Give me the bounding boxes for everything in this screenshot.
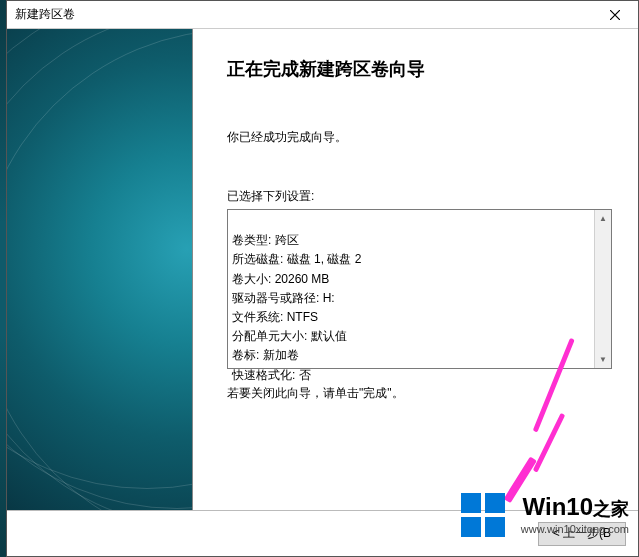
- listbox-scrollbar[interactable]: ▲ ▼: [594, 210, 611, 368]
- back-button[interactable]: < 上一步(B: [538, 522, 626, 546]
- setting-line: 卷类型: 跨区: [232, 233, 299, 247]
- settings-lines: 卷类型: 跨区 所选磁盘: 磁盘 1, 磁盘 2 卷大小: 20260 MB 驱…: [228, 210, 594, 368]
- settings-listbox[interactable]: 卷类型: 跨区 所选磁盘: 磁盘 1, 磁盘 2 卷大小: 20260 MB 驱…: [227, 209, 612, 369]
- setting-line: 卷大小: 20260 MB: [232, 272, 329, 286]
- setting-line: 卷标: 新加卷: [232, 348, 299, 362]
- scroll-up-button[interactable]: ▲: [595, 210, 611, 227]
- dialog-window: 新建跨区卷 正在完成新建跨区卷向导 你已经成功完成向导。 已选择下列设置: 卷类…: [6, 0, 639, 557]
- success-message: 你已经成功完成向导。: [227, 129, 612, 146]
- wizard-content: 正在完成新建跨区卷向导 你已经成功完成向导。 已选择下列设置: 卷类型: 跨区 …: [193, 29, 638, 510]
- wizard-side-panel: [7, 29, 193, 510]
- scroll-down-button[interactable]: ▼: [595, 351, 611, 368]
- title-text: 新建跨区卷: [7, 6, 75, 23]
- setting-line: 所选磁盘: 磁盘 1, 磁盘 2: [232, 252, 361, 266]
- button-row: < 上一步(B: [7, 510, 638, 556]
- page-title: 正在完成新建跨区卷向导: [227, 57, 612, 81]
- setting-line: 文件系统: NTFS: [232, 310, 318, 324]
- setting-line: 快速格式化: 否: [232, 368, 311, 382]
- close-icon: [610, 10, 620, 20]
- close-button[interactable]: [592, 1, 638, 29]
- settings-caption: 已选择下列设置:: [227, 188, 612, 205]
- setting-line: 驱动器号或路径: H:: [232, 291, 335, 305]
- title-bar: 新建跨区卷: [7, 1, 638, 29]
- client-area: 正在完成新建跨区卷向导 你已经成功完成向导。 已选择下列设置: 卷类型: 跨区 …: [7, 29, 638, 510]
- setting-line: 分配单元大小: 默认值: [232, 329, 347, 343]
- close-instruction: 若要关闭此向导，请单击"完成"。: [227, 385, 612, 402]
